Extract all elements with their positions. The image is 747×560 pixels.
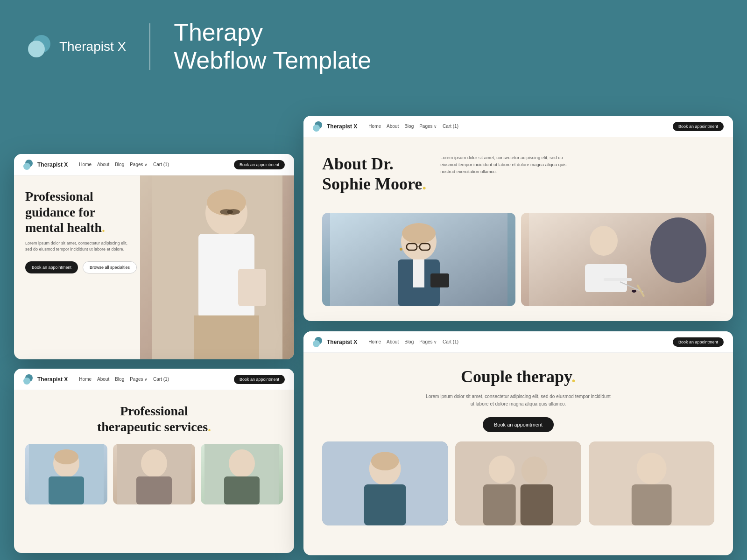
logo-icon xyxy=(28,35,54,58)
card-hero-main: Therapist X Home About Blog Pages Cart (… xyxy=(14,154,294,359)
brand-logo: Therapist X xyxy=(28,35,126,58)
nav-cta-button[interactable]: Book an appointment xyxy=(234,160,285,169)
nav-brand: Therapist X xyxy=(37,161,68,168)
tagline-line2: Webflow Template xyxy=(174,47,371,75)
tagline-line1: Therapy xyxy=(174,19,371,47)
small-bottom-img-1 xyxy=(25,444,107,504)
nav-pages-couple[interactable]: Pages xyxy=(419,339,437,344)
hero-subtext: Lorem ipsum dolor sit amet, consectetur … xyxy=(25,240,128,253)
svg-rect-45 xyxy=(483,484,516,525)
about-therapist-svg xyxy=(322,213,515,306)
nav-about-about[interactable]: About xyxy=(387,124,399,129)
card-about-nav: Therapist X Home About Blog Pages Cart (… xyxy=(303,116,733,137)
nav-home-about[interactable]: Home xyxy=(368,124,381,129)
about-writing-svg xyxy=(521,213,714,306)
svg-point-43 xyxy=(489,455,515,483)
nav-links-about: Home About Blog Pages Cart (1) xyxy=(368,124,458,129)
hero-headline: Professional guidance for mental health. xyxy=(25,189,157,236)
brand-name: Therapist X xyxy=(59,39,126,54)
nav-logo-circle-front-about xyxy=(313,125,320,132)
sbi-svg-2 xyxy=(113,444,195,504)
nav-logo-couple: Therapist X xyxy=(313,337,357,347)
nav-pages[interactable]: Pages xyxy=(130,162,148,167)
about-dot: . xyxy=(422,175,426,193)
nav-blog[interactable]: Blog xyxy=(115,162,124,167)
header-area: Therapist X Therapy Webflow Template xyxy=(28,19,371,75)
nav-blog-small[interactable]: Blog xyxy=(115,377,124,382)
nav-home-small[interactable]: Home xyxy=(79,377,92,382)
card-couple: Therapist X Home About Blog Pages Cart (… xyxy=(303,331,733,555)
couple-title: Couple therapy. xyxy=(322,367,714,386)
nav-brand-small: Therapist X xyxy=(37,376,68,383)
card-hero-small-nav: Therapist X Home About Blog Pages Cart (… xyxy=(14,369,294,390)
about-description: Lorem ipsum dolor sit amet, consectetur … xyxy=(440,154,571,203)
nav-links-small: Home About Blog Pages Cart (1) xyxy=(79,377,169,382)
svg-rect-42 xyxy=(455,441,581,525)
svg-rect-17 xyxy=(224,476,260,504)
header-tagline: Therapy Webflow Template xyxy=(174,19,371,75)
nav-home-couple[interactable]: Home xyxy=(368,339,381,344)
nav-about[interactable]: About xyxy=(97,162,109,167)
svg-rect-4 xyxy=(238,269,266,306)
sbi-svg-3 xyxy=(201,444,283,504)
nav-links-couple: Home About Blog Pages Cart (1) xyxy=(368,339,458,344)
nav-logo-icon-couple xyxy=(313,337,324,347)
svg-point-32 xyxy=(590,226,618,256)
svg-point-10 xyxy=(54,449,78,464)
card-hero-small: Therapist X Home About Blog Pages Cart (… xyxy=(14,369,294,553)
nav-about-couple[interactable]: About xyxy=(387,339,399,344)
small-hero-line1: Professional xyxy=(120,404,188,418)
about-title: About Dr. Sophie Moore. xyxy=(322,154,426,194)
small-bottom-images xyxy=(25,444,283,504)
nav-brand-couple: Therapist X xyxy=(327,339,357,345)
nav-pages-about[interactable]: Pages xyxy=(419,124,437,129)
small-hero-title: Professional therapeutic services. xyxy=(25,403,283,434)
small-hero-dot: . xyxy=(208,420,211,434)
card-hero-main-body: Professional guidance for mental health.… xyxy=(14,175,294,359)
nav-cart[interactable]: Cart (1) xyxy=(153,162,169,167)
hero-text: Professional guidance for mental health.… xyxy=(14,175,168,359)
nav-cta-couple[interactable]: Book an appointment xyxy=(673,337,724,347)
couple-svg-1 xyxy=(322,441,448,525)
nav-cart-small[interactable]: Cart (1) xyxy=(153,377,169,382)
nav-logo-circle-front-couple xyxy=(313,340,320,347)
hero-headline-line2: guidance for xyxy=(25,205,95,219)
browse-specialties-button[interactable]: Browse all specialties xyxy=(83,261,137,273)
svg-rect-7 xyxy=(194,315,259,359)
nav-cart-about[interactable]: Cart (1) xyxy=(443,124,458,129)
couple-svg-3 xyxy=(589,441,714,525)
nav-brand-about: Therapist X xyxy=(327,123,357,130)
hero-headline-line1: Professional xyxy=(25,189,93,203)
nav-blog-about[interactable]: Blog xyxy=(404,124,414,129)
nav-logo-icon xyxy=(23,160,35,170)
book-appointment-button[interactable]: Book an appointment xyxy=(25,261,78,273)
nav-home[interactable]: Home xyxy=(79,162,92,167)
svg-rect-41 xyxy=(364,484,406,525)
svg-point-21 xyxy=(402,223,436,244)
nav-cart-couple[interactable]: Cart (1) xyxy=(443,339,458,344)
couple-dot: . xyxy=(571,367,576,386)
svg-point-44 xyxy=(521,456,548,484)
nav-pages-small[interactable]: Pages xyxy=(130,377,148,382)
nav-cta-about[interactable]: Book an appointment xyxy=(673,122,724,131)
about-image-2 xyxy=(521,213,714,306)
nav-blog-couple[interactable]: Blog xyxy=(404,339,414,344)
nav-logo: Therapist X xyxy=(23,160,68,170)
svg-point-48 xyxy=(636,453,666,484)
nav-about-small[interactable]: About xyxy=(97,377,109,382)
sbi-svg-1 xyxy=(25,444,107,504)
nav-logo-small: Therapist X xyxy=(23,374,68,385)
svg-rect-28 xyxy=(430,273,449,287)
couple-cta-button[interactable]: Book an appointment xyxy=(483,417,554,432)
headline-dot: . xyxy=(102,220,105,235)
card-couple-nav: Therapist X Home About Blog Pages Cart (… xyxy=(303,331,733,353)
svg-rect-46 xyxy=(521,484,553,525)
card-couple-body: Couple therapy. Lorem ipsum dolor sit am… xyxy=(303,353,733,539)
nav-logo-circle-front-small xyxy=(23,378,30,385)
svg-rect-49 xyxy=(631,484,671,525)
nav-cta-small[interactable]: Book an appointment xyxy=(234,375,285,384)
nav-logo-icon-about xyxy=(313,121,324,132)
about-title-line1: About Dr. xyxy=(322,154,394,173)
couple-subtext: Lorem ipsum dolor sit amet, consectetur … xyxy=(425,393,612,408)
small-bottom-img-3 xyxy=(201,444,283,504)
